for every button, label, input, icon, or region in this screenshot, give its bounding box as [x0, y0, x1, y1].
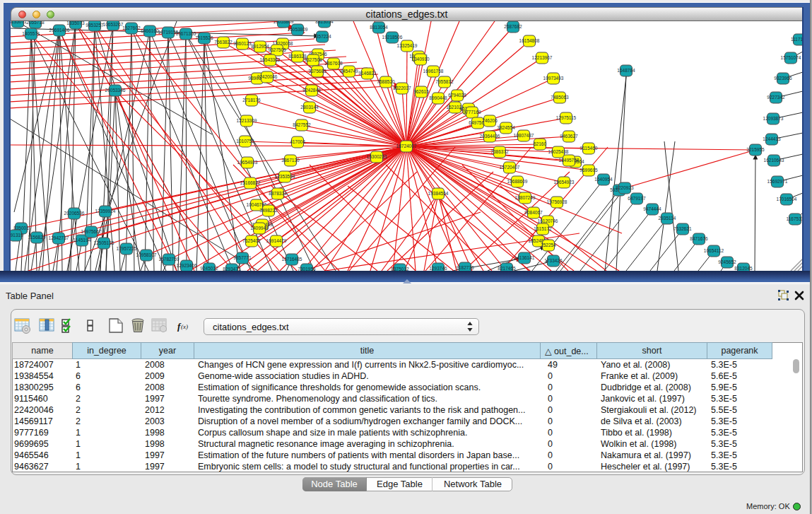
- svg-text:9242848: 9242848: [302, 88, 321, 93]
- svg-text:8427552: 8427552: [293, 122, 311, 127]
- svg-text:10973493: 10973493: [543, 76, 564, 81]
- svg-text:7386372: 7386372: [490, 149, 509, 154]
- svg-text:12353594: 12353594: [275, 174, 295, 179]
- svg-text:9327505: 9327505: [268, 47, 286, 52]
- svg-text:19654923: 19654923: [554, 180, 575, 185]
- svg-text:16543362: 16543362: [260, 57, 281, 62]
- svg-text:417004: 417004: [290, 139, 305, 144]
- svg-text:1615172: 1615172: [534, 226, 552, 231]
- svg-text:10958107: 10958107: [136, 252, 157, 257]
- svg-text:1835073: 1835073: [66, 21, 85, 25]
- svg-text:9474444: 9474444: [643, 206, 661, 211]
- svg-text:15751074: 15751074: [781, 55, 801, 60]
- svg-text:9084067: 9084067: [524, 210, 543, 215]
- svg-text:1117114: 1117114: [791, 37, 803, 42]
- svg-text:1293746: 1293746: [429, 266, 447, 271]
- svg-text:3824554: 3824554: [497, 125, 515, 130]
- svg-text:14136141: 14136141: [514, 255, 535, 260]
- svg-text:9857771: 9857771: [233, 255, 252, 260]
- svg-text:16782759: 16782759: [159, 257, 180, 262]
- svg-text:9860123: 9860123: [233, 41, 252, 46]
- svg-text:15300233: 15300233: [367, 154, 387, 159]
- svg-text:2718176: 2718176: [242, 98, 261, 103]
- svg-text:1648784: 1648784: [617, 68, 635, 73]
- svg-text:7625402: 7625402: [242, 238, 261, 243]
- svg-text:8322037: 8322037: [393, 86, 411, 90]
- svg-text:9245652: 9245652: [718, 259, 736, 264]
- svg-text:19384554: 19384554: [428, 191, 449, 196]
- svg-text:9182736: 9182736: [456, 265, 474, 270]
- svg-text:7632621: 7632621: [673, 226, 692, 231]
- svg-text:20691406: 20691406: [49, 28, 70, 33]
- svg-text:12942737: 12942737: [49, 235, 69, 240]
- svg-text:62160: 62160: [534, 141, 546, 146]
- svg-text:1527602: 1527602: [122, 25, 141, 30]
- svg-text:1167531: 1167531: [787, 216, 803, 221]
- svg-text:10653267: 10653267: [103, 22, 124, 27]
- svg-text:7357224: 7357224: [313, 34, 331, 39]
- svg-text:1340910: 1340910: [411, 57, 430, 62]
- svg-text:2055718: 2055718: [26, 21, 45, 25]
- svg-text:9146821: 9146821: [358, 71, 377, 76]
- svg-text:10975667: 10975667: [81, 229, 102, 234]
- svg-text:8454749: 8454749: [340, 69, 358, 74]
- svg-text:2935114: 2935114: [659, 216, 676, 221]
- svg-text:20053346: 20053346: [105, 88, 126, 93]
- svg-text:8220923: 8220923: [616, 185, 634, 190]
- svg-text:16210643: 16210643: [764, 158, 784, 163]
- svg-text:12505135: 12505135: [94, 240, 114, 245]
- svg-text:2803144: 2803144: [300, 105, 319, 110]
- svg-text:(x): (x): [181, 323, 188, 330]
- svg-text:8813054: 8813054: [370, 25, 388, 30]
- svg-text:16053809: 16053809: [288, 27, 308, 32]
- svg-text:3215955: 3215955: [746, 147, 765, 152]
- svg-text:9699695: 9699695: [579, 168, 598, 173]
- svg-text:8912954: 8912954: [251, 44, 269, 49]
- svg-text:3498222: 3498222: [259, 208, 278, 213]
- svg-text:19756928: 19756928: [547, 199, 567, 204]
- svg-text:7955812: 7955812: [435, 79, 454, 84]
- svg-text:3375685: 3375685: [308, 69, 326, 74]
- svg-text:6479197: 6479197: [628, 196, 646, 201]
- svg-text:9327508: 9327508: [304, 57, 322, 62]
- svg-text:1244413: 1244413: [763, 136, 781, 141]
- svg-text:746206: 746206: [482, 118, 498, 123]
- svg-text:19218506: 19218506: [382, 35, 403, 40]
- svg-text:12213967: 12213967: [532, 55, 553, 60]
- svg-text:8878334: 8878334: [269, 191, 287, 196]
- svg-text:9323966: 9323966: [774, 76, 792, 81]
- svg-text:9245012: 9245012: [200, 266, 218, 271]
- svg-text:1640954: 1640954: [594, 177, 613, 182]
- svg-text:8312045: 8312045: [734, 266, 753, 271]
- svg-text:1010755: 1010755: [236, 139, 254, 144]
- svg-text:1405571: 1405571: [22, 31, 40, 36]
- svg-text:12975115: 12975115: [556, 115, 577, 120]
- svg-text:8990448: 8990448: [429, 95, 447, 100]
- svg-text:16961758: 16961758: [423, 69, 444, 74]
- svg-text:20364436: 20364436: [480, 134, 500, 139]
- svg-text:18724007: 18724007: [396, 144, 417, 148]
- svg-text:9115460: 9115460: [580, 146, 598, 151]
- svg-text:962615: 962615: [413, 89, 429, 94]
- svg-text:16914479: 16914479: [266, 238, 287, 243]
- svg-text:10025438: 10025438: [548, 149, 569, 154]
- svg-text:10654112: 10654112: [704, 248, 724, 253]
- svg-text:10671355: 10671355: [176, 31, 196, 36]
- svg-text:1145194: 1145194: [73, 238, 91, 243]
- svg-text:17359924: 17359924: [95, 209, 116, 214]
- svg-text:2867608: 2867608: [324, 61, 343, 66]
- svg-text:8813054: 8813054: [315, 21, 334, 24]
- svg-text:19654923: 19654923: [237, 160, 258, 165]
- svg-text:8135071: 8135071: [11, 21, 27, 24]
- svg-text:17016504: 17016504: [777, 197, 797, 201]
- svg-text:6794028: 6794028: [448, 93, 466, 98]
- svg-text:9227342: 9227342: [767, 95, 785, 100]
- svg-text:7515526: 7515526: [195, 35, 213, 40]
- svg-text:20206536: 20206536: [64, 211, 85, 216]
- svg-text:15716485: 15716485: [282, 257, 302, 262]
- svg-text:12093873: 12093873: [763, 116, 784, 121]
- svg-text:16154808: 16154808: [519, 38, 540, 43]
- svg-text:7663822: 7663822: [214, 40, 233, 45]
- svg-text:7485063: 7485063: [551, 95, 569, 100]
- svg-text:1409948: 1409948: [250, 226, 269, 230]
